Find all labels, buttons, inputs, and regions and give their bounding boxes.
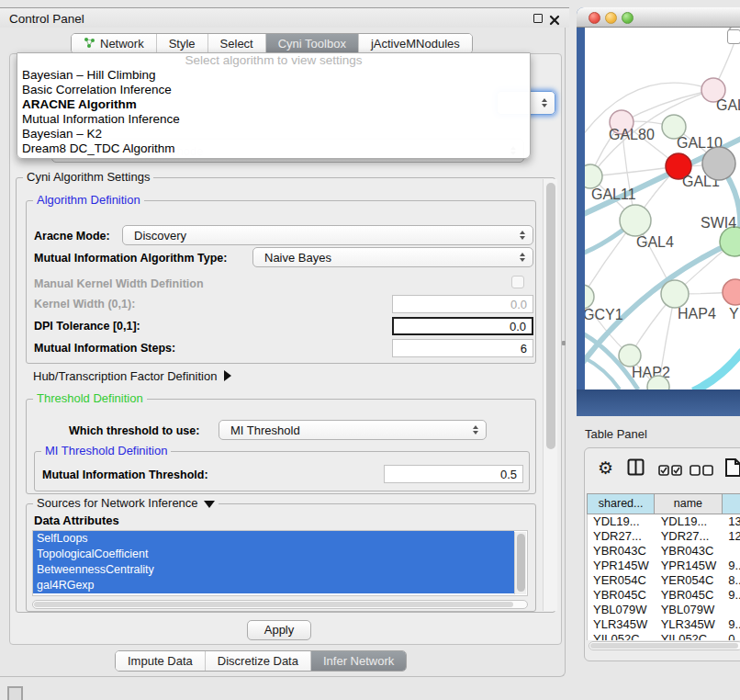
tab-network[interactable]: Network (72, 34, 156, 53)
bottom-tab-infer-network[interactable]: Infer Network (310, 651, 406, 671)
network-node-hap2[interactable] (619, 344, 641, 367)
tab-select[interactable]: Select (207, 34, 265, 53)
settings-vertical-scrollbar[interactable] (543, 179, 557, 611)
apply-button[interactable]: Apply (247, 620, 311, 640)
node-label: GAL11 (591, 186, 636, 202)
zoom-window-icon[interactable] (622, 12, 633, 24)
tab-cyni-toolbox[interactable]: Cyni Toolbox (265, 34, 358, 53)
algorithm-option-bayesian-hill-climbing[interactable]: Bayesian – Hill Climbing (17, 68, 530, 83)
table-row[interactable]: YBL079WYBL079W (588, 603, 740, 617)
which-threshold-combobox[interactable]: MI Threshold (219, 420, 487, 440)
column-header-shared[interactable]: shared... (588, 494, 655, 514)
table-cell: YBR045C (588, 588, 656, 603)
hub-transcription-factor-expander[interactable]: Hub/Transcription Factor Definition (33, 369, 231, 383)
network-node[interactable] (702, 147, 735, 180)
table-cell: YBL079W (588, 603, 656, 617)
table-row[interactable]: YDL19...YDL19...13... (588, 514, 740, 529)
bottom-tab-discretize-data[interactable]: Discretize Data (205, 651, 310, 671)
close-window-icon[interactable] (589, 12, 600, 24)
table-cell (723, 544, 740, 559)
table-row[interactable]: YPR145WYPR145W9... (588, 559, 740, 573)
minimized-panel-icon[interactable] (7, 686, 23, 700)
split-pane-grip[interactable] (562, 341, 566, 345)
table-panel: ⚙ shared...name YDL19...YDL19...13...YDR… (584, 447, 740, 661)
table-cell: YER054C (588, 573, 656, 588)
network-canvas[interactable]: GALGAL80GAL10GAL1GAL11GAL4SWI4GCY1HAP4YH… (585, 28, 740, 390)
table-row[interactable]: YBR043CYBR043C (588, 544, 740, 559)
kernel-width-field[interactable] (392, 295, 533, 313)
table-cell: YER054C (656, 573, 723, 588)
split-columns-icon[interactable] (627, 458, 645, 480)
close-panel-icon[interactable] (549, 13, 560, 24)
algorithm-option-dream8-dc-tdc-algorithm[interactable]: Dream8 DC_TDC Algorithm (17, 141, 530, 156)
table-body: YDL19...YDL19...13...YDR27...YDR27...12.… (587, 514, 740, 640)
network-node-gal4[interactable] (620, 205, 651, 236)
network-node-y[interactable] (723, 279, 740, 305)
attribute-item-topologicalcoefficient[interactable]: TopologicalCoefficient (33, 547, 514, 562)
table-row[interactable]: YBR045CYBR045C9... (588, 588, 740, 603)
table-cell: YIL052C (656, 632, 723, 640)
network-icon (84, 37, 95, 51)
sources-collapse-toggle[interactable]: Sources for Network Inference (33, 497, 219, 510)
table-row[interactable]: YLR345WYLR345W9... (588, 617, 740, 632)
attribute-item-betweennesscentrality[interactable]: BetweennessCentrality (33, 562, 514, 578)
table-horizontal-scrollbar[interactable] (589, 641, 740, 650)
list-horizontal-scrollbar[interactable] (32, 600, 528, 609)
tab-jactivemnodules[interactable]: jActiveMNodules (358, 34, 472, 53)
which-threshold-label: Which threshold to use: (69, 424, 199, 437)
network-node-gcy1[interactable] (585, 285, 594, 309)
birdseye-view-button[interactable] (727, 29, 740, 44)
table-cell: YLR345W (588, 617, 656, 632)
tab-style[interactable]: Style (156, 34, 207, 53)
algorithm-option-mutual-information-inference[interactable]: Mutual Information Inference (17, 112, 530, 127)
network-edge[interactable] (693, 351, 740, 390)
network-node-gal11[interactable] (585, 164, 602, 188)
list-vertical-scrollbar[interactable] (514, 532, 526, 594)
manual-kernel-checkbox[interactable] (511, 276, 524, 288)
mi-algorithm-type-combobox[interactable]: Naive Bayes (252, 247, 533, 267)
collapse-down-icon[interactable] (204, 501, 215, 508)
column-header-name[interactable]: name (655, 494, 722, 514)
table-row[interactable]: YIL052CYIL052C0... (588, 632, 740, 640)
algorithm-option-basic-correlation-inference[interactable]: Basic Correlation Inference (17, 83, 530, 97)
bottom-tab-impute-data[interactable]: Impute Data (116, 651, 205, 671)
gear-icon[interactable]: ⚙ (598, 459, 613, 477)
aracne-mode-combobox[interactable]: Discovery (122, 225, 533, 245)
manual-kernel-label: Manual Kernel Width Definition (34, 277, 204, 290)
minimize-window-icon[interactable] (605, 12, 617, 24)
scrollbar-thumb[interactable] (546, 183, 555, 449)
tab-label: Cyni Toolbox (278, 37, 346, 51)
node-label: Y (729, 306, 739, 322)
mi-threshold-field[interactable] (384, 465, 523, 483)
table-row[interactable]: YER054CYER054C8... (588, 573, 740, 588)
float-panel-icon[interactable] (533, 14, 543, 23)
expand-right-icon[interactable] (224, 370, 231, 381)
network-node-hap4[interactable] (661, 280, 689, 308)
algorithm-option-bayesian-k2[interactable]: Bayesian – K2 (17, 127, 530, 141)
network-window-titlebar[interactable] (577, 7, 740, 28)
hide-columns-icon[interactable] (690, 463, 713, 480)
table-row[interactable]: YDR27...YDR27...12... (588, 529, 740, 544)
table-cell: 9... (723, 588, 740, 603)
scrollbar-thumb[interactable] (590, 643, 738, 649)
kernel-width-label: Kernel Width (0,1): (34, 298, 135, 310)
network-graph[interactable]: GALGAL80GAL10GAL1GAL11GAL4SWI4GCY1HAP4YH… (585, 28, 740, 390)
dpi-tolerance-label: DPI Tolerance [0,1]: (34, 320, 140, 333)
scrollbar-thumb[interactable] (517, 534, 525, 592)
new-column-icon[interactable] (724, 457, 740, 481)
attribute-item-gal4rgexp[interactable]: gal4RGexp (33, 578, 514, 593)
algorithm-option-aracne-algorithm[interactable]: ARACNE Algorithm (17, 97, 530, 112)
column-header-2[interactable] (723, 494, 740, 514)
dpi-tolerance-field[interactable] (392, 317, 533, 335)
table-cell (723, 603, 740, 617)
table-cell: 9... (723, 559, 740, 573)
scrollbar-thumb[interactable] (34, 602, 513, 607)
attribute-item-selfloops[interactable]: SelfLoops (33, 531, 514, 547)
control-panel-tabs: NetworkStyleSelectCyni ToolboxjActiveMNo… (71, 33, 473, 54)
cyni-algorithm-settings-group: Cyni Algorithm Settings Algorithm Defini… (16, 177, 555, 613)
mi-steps-field[interactable] (392, 339, 533, 357)
group-title: Algorithm Definition (33, 194, 144, 207)
mi-threshold-definition-group: MI Threshold Definition Mutual Informati… (34, 451, 530, 491)
show-columns-icon[interactable] (658, 463, 682, 480)
data-attributes-list[interactable]: SelfLoopsTopologicalCoefficientBetweenne… (32, 530, 528, 596)
